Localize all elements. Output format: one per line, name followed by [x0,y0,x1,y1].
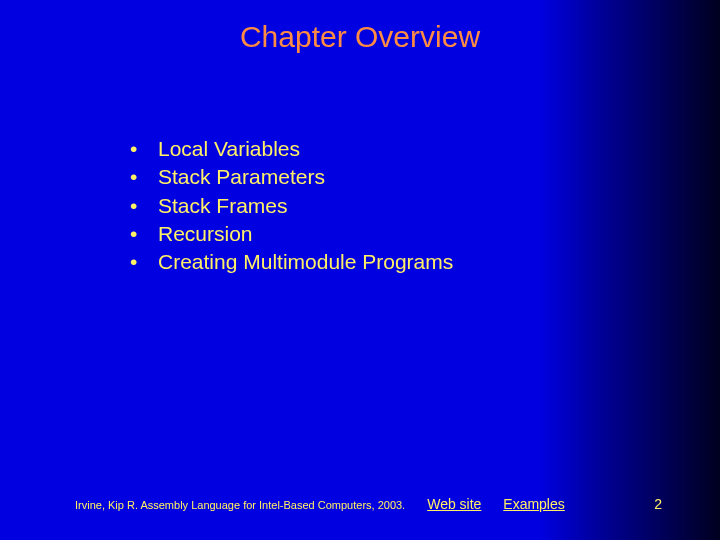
bullet-item: Local Variables [130,135,453,163]
examples-link[interactable]: Examples [503,496,564,512]
bullet-item: Stack Frames [130,192,453,220]
footer: Irvine, Kip R. Assembly Language for Int… [0,496,720,512]
bullet-item: Creating Multimodule Programs [130,248,453,276]
web-site-link[interactable]: Web site [427,496,481,512]
slide-title: Chapter Overview [0,0,720,54]
bullet-item: Stack Parameters [130,163,453,191]
bullet-list: Local Variables Stack Parameters Stack F… [130,135,453,277]
footer-citation: Irvine, Kip R. Assembly Language for Int… [0,499,405,511]
footer-links: Web site Examples [405,496,583,512]
bullet-item: Recursion [130,220,453,248]
page-number: 2 [654,496,662,512]
